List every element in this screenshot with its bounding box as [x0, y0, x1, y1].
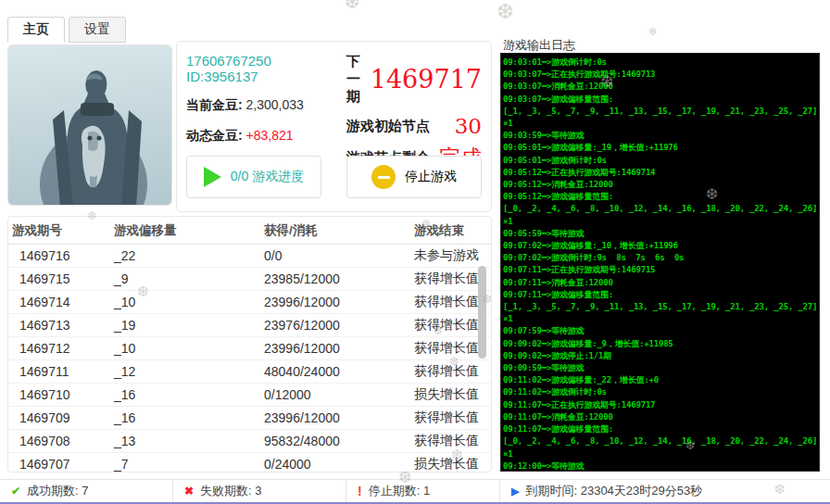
console-log-line: 09:07:11━>游戏偏移量范围:	[503, 289, 817, 301]
current-beans-row: 当前金豆: 2,300,033	[186, 97, 346, 114]
dynamic-beans-row: 动态金豆: +83,821	[186, 128, 346, 145]
console-log-line: ×1	[503, 118, 817, 130]
table-header-cell: 游戏期号	[8, 217, 110, 245]
table-row[interactable]: 1469715 _9 23985/12000 获得增长值	[8, 268, 491, 291]
table-scrollbar[interactable]	[478, 266, 486, 359]
snowflake-icon: ❆	[648, 26, 657, 38]
cell-round: 1469709	[8, 407, 110, 430]
status-success: ✔ 成功期数: 7	[0, 480, 173, 502]
table-row[interactable]: 1469711 _12 48040/24000 获得增长值	[8, 360, 491, 384]
console-log-line: 09:05:12━>消耗金豆:12000	[503, 179, 817, 191]
table-row[interactable]: 1469708 _13 95832/48000 获得增长值	[8, 430, 491, 453]
stop-game-label: 停止游戏	[405, 169, 457, 185]
table-header-cell: 游戏偏移量	[110, 217, 260, 245]
snowflake-icon: ❆	[497, 0, 513, 24]
current-beans-label: 当前金豆:	[186, 97, 243, 112]
console-log-line: 09:05:12━>游戏偏移量范围:	[503, 191, 817, 203]
console-log-line: 09:07:11━>消耗金豆:12000	[503, 277, 817, 289]
exclamation-icon: !	[358, 484, 362, 498]
next-round-value: 1469717	[371, 67, 482, 92]
cell-round: 1469707	[8, 453, 110, 473]
table-row[interactable]: 1469712 _10 23996/12000 获得增长值	[8, 337, 491, 360]
stop-icon	[371, 165, 396, 189]
console-log-line: 09:03:01━>游戏倒计时:0s	[503, 57, 817, 69]
cell-gain-cost: 0/24000	[260, 453, 410, 473]
initial-nodes-value: 30	[455, 116, 482, 137]
console-log-line: 09:03:07━>游戏偏移量范围:	[503, 94, 817, 106]
game-progress-button[interactable]: 0/0 游戏进度	[186, 156, 321, 198]
cell-offset: _13	[110, 430, 260, 453]
account-id: 17606767250 ID:3956137	[186, 53, 346, 84]
cell-gain-cost: 23996/12000	[260, 407, 410, 430]
play-arrow-icon: ▶	[511, 485, 519, 498]
console-log-line: 09:05:12━>正在执行游戏期号:1469714	[503, 167, 817, 179]
status-stopped-label: 停止期数: 1	[369, 483, 430, 499]
game-progress-label: 0/0 游戏进度	[231, 169, 304, 185]
console-log-line: 09:11:07━>消耗金豆:12000	[503, 411, 817, 423]
cell-offset: _9	[110, 268, 260, 291]
tab-home[interactable]: 主页	[7, 17, 65, 43]
status-expire: ▶ 到期时间: 23304天23时29分53秒	[500, 480, 830, 502]
cell-offset: _10	[110, 291, 260, 314]
cell-gain-cost: 95832/48000	[260, 430, 410, 453]
stop-game-button[interactable]: 停止游戏	[346, 156, 482, 198]
table-row[interactable]: 1469709 _16 23996/12000 获得增长值	[8, 407, 491, 430]
game-history-panel: 游戏期号游戏偏移量获得/消耗游戏结束 1469716 _22 0/0 未参与游戏…	[7, 216, 492, 472]
game-history-table: 游戏期号游戏偏移量获得/消耗游戏结束 1469716 _22 0/0 未参与游戏…	[8, 217, 491, 472]
cell-result: 获得增长值	[410, 407, 491, 430]
table-row[interactable]: 1469714 _10 23996/12000 获得增长值	[8, 291, 491, 314]
console-log-line: 09:05:01━>游戏偏移量:_19，增长值:+11976	[503, 142, 817, 154]
console-log-line: 09:05:01━>游戏倒计时:0s	[503, 155, 817, 167]
console-log-line: 09:09:02━>游戏停止:1/1期	[503, 350, 817, 362]
cell-round: 1469708	[8, 430, 110, 453]
cell-round: 1469710	[8, 384, 110, 407]
cell-result: 损失增长值	[410, 384, 491, 407]
console-log-line: 09:03:07━>消耗金豆:12000	[503, 81, 817, 93]
console-log-line: 09:03:07━>正在执行游戏期号:1469713	[503, 69, 817, 81]
game-output-console[interactable]: 09:03:01━>游戏倒计时:0s09:03:07━>正在执行游戏期号:146…	[500, 53, 820, 472]
account-info-panel: 17606767250 ID:3956137 当前金豆: 2,300,033 动…	[176, 41, 492, 212]
cell-round: 1469712	[8, 337, 110, 360]
console-log-line: [_1, _3, _5, _7, _9, _11, _13, _15, _17,…	[503, 106, 817, 118]
x-icon: ✖	[184, 485, 194, 498]
console-log-line: [_1, _3, _5, _7, _9, _11, _13, _15, _17,…	[503, 301, 817, 313]
dynamic-beans-label: 动态金豆:	[186, 128, 243, 143]
status-fail-label: 失败期数: 3	[200, 483, 261, 499]
cell-result: 获得增长值	[410, 430, 491, 453]
console-title: 游戏输出日志	[503, 37, 575, 54]
cell-gain-cost: 0/0	[260, 245, 410, 268]
tab-bar: 主页 设置	[7, 17, 126, 43]
console-log-line: ×1	[503, 448, 817, 460]
snowflake-icon: ❆	[345, 0, 360, 13]
current-beans-value: 2,300,033	[246, 97, 304, 112]
cell-result: 获得增长值	[410, 360, 491, 384]
console-log-line: 09:03:59━>等待游戏	[503, 130, 817, 142]
cell-offset: _22	[110, 245, 260, 268]
cell-result: 损失增长值	[410, 453, 491, 473]
table-row[interactable]: 1469713 _19 23976/12000 获得增长值	[8, 314, 491, 337]
cell-round: 1469711	[8, 360, 110, 384]
status-success-label: 成功期数: 7	[27, 483, 88, 499]
console-log-line: 09:11:02━>游戏倒计时:0s	[503, 386, 817, 398]
table-header-row: 游戏期号游戏偏移量获得/消耗游戏结束	[8, 217, 491, 245]
cell-round: 1469713	[8, 314, 110, 337]
night-king-artwork	[7, 44, 172, 206]
console-log-line: ×1	[503, 216, 817, 228]
table-row[interactable]: 1469710 _16 0/12000 损失增长值	[8, 384, 491, 407]
dynamic-beans-value: +83,821	[246, 128, 294, 143]
table-row[interactable]: 1469716 _22 0/0 未参与游戏	[8, 245, 491, 268]
cell-gain-cost: 48040/24000	[260, 360, 410, 384]
console-log-line: 09:11:07━>游戏偏移量范围:	[503, 423, 817, 435]
table-row[interactable]: 1469707 _7 0/24000 损失增长值	[8, 453, 491, 473]
cell-gain-cost: 23996/12000	[260, 337, 410, 360]
cell-gain-cost: 23985/12000	[260, 268, 410, 291]
cell-result: 未参与游戏	[410, 245, 491, 268]
console-log-line: 09:12:00━>等待游戏	[503, 460, 817, 472]
table-header-cell: 获得/消耗	[260, 217, 410, 245]
console-log-line: 09:07:59━>等待游戏	[503, 325, 817, 337]
table-header-cell: 游戏结束	[410, 217, 491, 245]
tab-settings[interactable]: 设置	[69, 17, 126, 43]
cell-round: 1469715	[8, 268, 110, 291]
console-log-line: 09:09:59━>等待游戏	[503, 362, 817, 374]
next-round-label: 下一期	[346, 53, 371, 106]
